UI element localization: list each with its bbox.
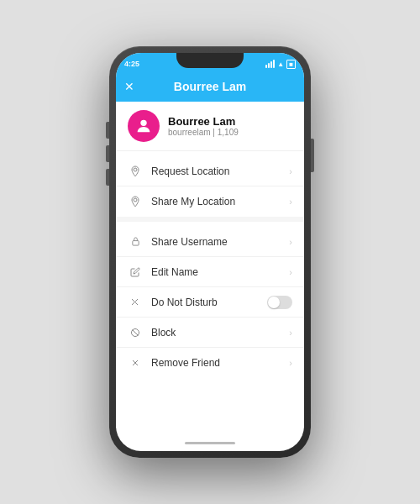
status-icons: ▲ ■ [265, 60, 296, 69]
chevron-right-icon: › [289, 166, 292, 176]
block-icon [128, 325, 143, 340]
lock-icon [128, 234, 143, 249]
svg-point-1 [134, 168, 137, 171]
phone-notch [176, 53, 244, 68]
home-indicator [116, 434, 304, 451]
status-time: 4:25 [124, 60, 139, 68]
edit-name-label: Edit Name [151, 266, 289, 278]
home-bar [185, 442, 235, 444]
do-not-disturb-toggle[interactable] [267, 296, 292, 309]
svg-point-2 [134, 198, 137, 202]
volume-up-button [106, 122, 109, 139]
wifi-icon: ▲ [277, 60, 284, 68]
menu-section-actions: Share Username › Edit Name › [116, 227, 304, 378]
profile-section: Bourree Lam bourreelam | 1,109 [116, 102, 304, 151]
menu-item-edit-name[interactable]: Edit Name › [116, 257, 304, 287]
chevron-right-icon: › [289, 358, 292, 368]
section-divider [116, 217, 304, 222]
power-button [311, 139, 314, 172]
signal-icon [265, 60, 275, 68]
profile-username: bourreelam | 1,109 [168, 128, 239, 137]
remove-friend-label: Remove Friend [151, 357, 289, 369]
share-username-label: Share Username [151, 236, 289, 248]
pencil-icon [128, 265, 143, 280]
svg-line-5 [133, 329, 139, 335]
svg-rect-3 [132, 241, 138, 246]
page-header: ✕ Bourree Lam [116, 71, 304, 102]
menu-section-location: Request Location › Share My Location › [116, 156, 304, 217]
svg-point-0 [140, 120, 146, 126]
menu-item-share-my-location[interactable]: Share My Location › [116, 186, 304, 217]
remove-friend-icon [128, 355, 143, 370]
phone-frame: 4:25 ▲ ■ ✕ Bourree Lam [109, 46, 311, 458]
header-title: Bourree Lam [174, 80, 246, 93]
menu-item-block[interactable]: Block › [116, 318, 304, 348]
close-button[interactable]: ✕ [124, 81, 134, 92]
share-my-location-label: Share My Location [151, 196, 289, 207]
chevron-right-icon: › [289, 328, 292, 338]
avatar [128, 110, 160, 142]
menu-item-do-not-disturb[interactable]: Do Not Disturb [116, 287, 304, 318]
toggle-knob [268, 297, 280, 308]
phone-screen: 4:25 ▲ ■ ✕ Bourree Lam [116, 53, 304, 451]
chevron-right-icon: › [289, 237, 292, 247]
menu-item-request-location[interactable]: Request Location › [116, 156, 304, 186]
battery-icon: ■ [286, 60, 296, 69]
menu-item-share-username[interactable]: Share Username › [116, 227, 304, 257]
chevron-right-icon: › [289, 197, 292, 207]
mute-button [106, 169, 109, 186]
volume-down-button [106, 145, 109, 162]
profile-name: Bourree Lam [168, 115, 239, 128]
do-not-disturb-icon [128, 295, 143, 310]
do-not-disturb-label: Do Not Disturb [151, 297, 267, 308]
menu-item-remove-friend[interactable]: Remove Friend › [116, 348, 304, 378]
request-location-label: Request Location [151, 165, 289, 177]
block-label: Block [151, 327, 289, 339]
location-pin-icon [128, 164, 143, 179]
profile-info: Bourree Lam bourreelam | 1,109 [168, 115, 239, 137]
chevron-right-icon: › [289, 267, 292, 277]
share-location-icon [128, 194, 143, 209]
menu-list: Request Location › Share My Location › [116, 151, 304, 434]
